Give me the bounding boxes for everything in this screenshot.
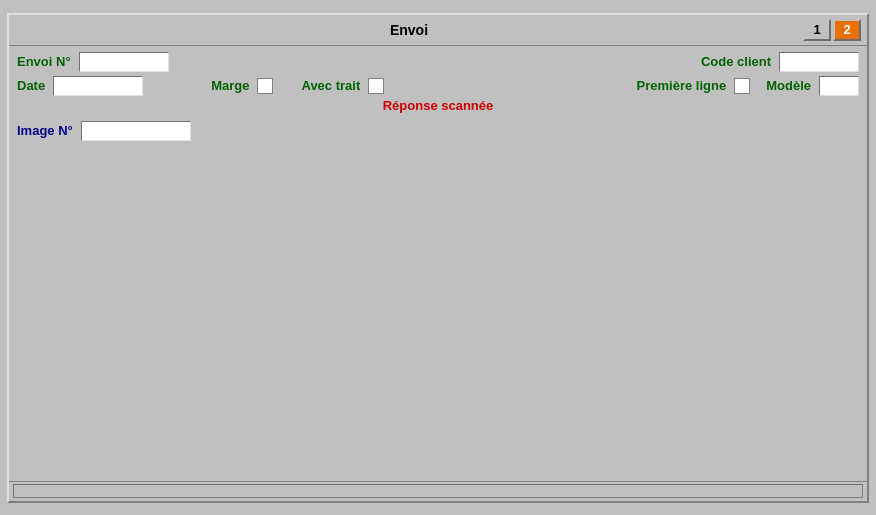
- reponse-scannee-label: Réponse scannée: [17, 98, 859, 113]
- premiere-ligne-checkbox[interactable]: [734, 78, 750, 94]
- date-label: Date: [17, 78, 45, 93]
- code-client-label: Code client: [701, 54, 771, 69]
- premiere-ligne-label: Première ligne: [637, 78, 727, 93]
- image-no-input[interactable]: [81, 121, 191, 141]
- main-window: Envoi 1 2 Envoi N° Code client Date Marg…: [7, 13, 869, 503]
- modele-input[interactable]: [819, 76, 859, 96]
- form-container: Envoi N° Code client Date Marge Avec tra…: [9, 46, 867, 147]
- tab-button-2[interactable]: 2: [833, 19, 861, 41]
- avec-trait-checkbox[interactable]: [368, 78, 384, 94]
- tab-button-1[interactable]: 1: [803, 19, 831, 41]
- row-envoi-client: Envoi N° Code client: [17, 52, 859, 72]
- avec-trait-label: Avec trait: [301, 78, 360, 93]
- row-date-options: Date Marge Avec trait Première ligne Mod…: [17, 76, 859, 96]
- status-bar: [9, 481, 867, 501]
- image-no-label: Image N°: [17, 123, 73, 138]
- date-input[interactable]: [53, 76, 143, 96]
- modele-label: Modèle: [766, 78, 811, 93]
- title-bar: Envoi 1 2: [9, 15, 867, 46]
- window-title: Envoi: [15, 22, 803, 38]
- marge-label: Marge: [211, 78, 249, 93]
- row-reponse: Réponse scannée: [17, 98, 859, 113]
- status-bar-inner: [13, 484, 863, 498]
- envoi-no-input[interactable]: [79, 52, 169, 72]
- row-image: Image N°: [17, 121, 859, 141]
- marge-checkbox[interactable]: [257, 78, 273, 94]
- title-bar-buttons: 1 2: [803, 19, 861, 41]
- code-client-input[interactable]: [779, 52, 859, 72]
- envoi-no-label: Envoi N°: [17, 54, 71, 69]
